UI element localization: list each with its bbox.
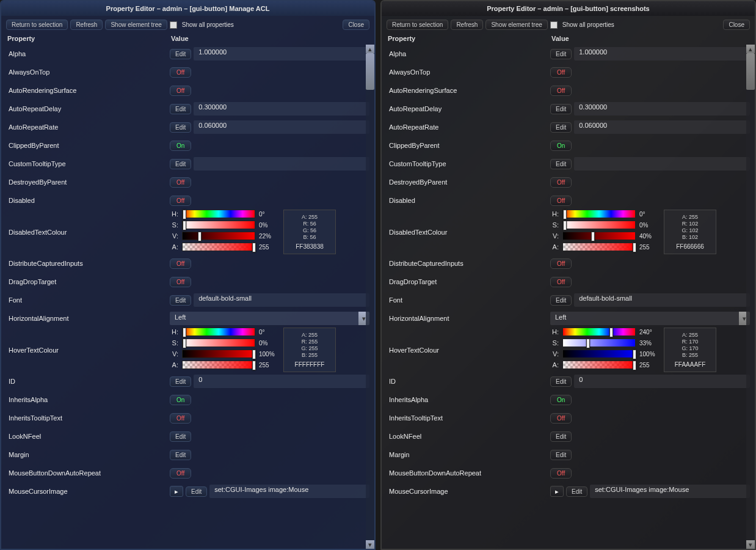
- alpha-slider[interactable]: [182, 361, 255, 369]
- value-input[interactable]: 0.300000: [194, 102, 369, 116]
- scroll-thumb[interactable]: [366, 53, 374, 90]
- hue-slider[interactable]: [182, 328, 255, 336]
- scrollbar[interactable]: ▴▾: [746, 45, 755, 549]
- sat-slider[interactable]: [182, 221, 255, 229]
- window-title[interactable]: Property Editor – admin – [gui-button] M…: [1, 1, 374, 16]
- toggle-button[interactable]: On: [550, 141, 572, 151]
- toggle-button[interactable]: Off: [170, 86, 191, 96]
- val-slider[interactable]: [182, 350, 255, 358]
- show-tree-button[interactable]: Show element tree: [105, 20, 167, 30]
- edit-button[interactable]: Edit: [170, 159, 191, 169]
- edit-button[interactable]: Edit: [170, 450, 191, 460]
- toggle-button[interactable]: Off: [170, 413, 191, 424]
- edit-button[interactable]: Edit: [170, 376, 191, 387]
- slider-handle[interactable]: [252, 350, 256, 359]
- val-slider[interactable]: [562, 350, 636, 358]
- slider-handle[interactable]: [633, 243, 636, 252]
- edit-button[interactable]: Edit: [550, 450, 572, 460]
- alpha-slider[interactable]: [562, 361, 636, 369]
- slider-handle[interactable]: [183, 221, 186, 230]
- value-input[interactable]: [194, 157, 369, 170]
- slider-handle[interactable]: [183, 210, 186, 219]
- slider-handle[interactable]: [252, 361, 256, 370]
- toggle-button[interactable]: Off: [170, 177, 191, 188]
- value-input[interactable]: 1.000000: [194, 47, 369, 61]
- toggle-button[interactable]: Off: [170, 277, 191, 287]
- show-all-checkbox[interactable]: [550, 21, 558, 29]
- sat-slider[interactable]: [562, 339, 636, 347]
- value-input[interactable]: [574, 157, 750, 170]
- edit-button[interactable]: Edit: [550, 295, 572, 306]
- scroll-thumb[interactable]: [746, 53, 755, 90]
- close-button[interactable]: Close: [723, 20, 750, 30]
- scroll-down-icon[interactable]: ▾: [746, 540, 755, 549]
- edit-button[interactable]: Edit: [186, 486, 207, 497]
- toggle-button[interactable]: On: [550, 395, 572, 405]
- refresh-button[interactable]: Refresh: [70, 20, 103, 30]
- slider-handle[interactable]: [609, 328, 613, 337]
- slider-handle[interactable]: [563, 210, 567, 219]
- edit-button[interactable]: Edit: [170, 122, 191, 133]
- show-tree-button[interactable]: Show element tree: [485, 20, 547, 30]
- value-input[interactable]: set:CGUI-Images image:Mouse: [590, 485, 750, 498]
- edit-button[interactable]: Edit: [170, 104, 191, 114]
- sat-slider[interactable]: [182, 339, 255, 347]
- edit-button[interactable]: Edit: [170, 295, 191, 306]
- value-input[interactable]: 0.060000: [194, 120, 369, 134]
- toggle-button[interactable]: Off: [170, 196, 191, 206]
- toggle-button[interactable]: Off: [170, 67, 191, 78]
- sat-slider[interactable]: [562, 221, 636, 229]
- toggle-button[interactable]: Off: [550, 177, 572, 188]
- toggle-button[interactable]: Off: [170, 258, 191, 269]
- slider-handle[interactable]: [586, 339, 590, 348]
- value-input[interactable]: 0.060000: [574, 120, 750, 134]
- scroll-up-icon[interactable]: ▴: [366, 45, 374, 53]
- window-title[interactable]: Property Editor – admin – [gui-button] s…: [382, 1, 755, 16]
- toggle-button[interactable]: Off: [170, 468, 191, 479]
- flag-icon[interactable]: ▸: [550, 486, 564, 497]
- edit-button[interactable]: Edit: [550, 376, 572, 387]
- edit-button[interactable]: Edit: [170, 49, 191, 59]
- toggle-button[interactable]: Off: [550, 413, 572, 424]
- value-input[interactable]: default-bold-small: [194, 293, 369, 307]
- refresh-button[interactable]: Refresh: [451, 20, 483, 30]
- value-input[interactable]: 0.300000: [574, 102, 750, 116]
- value-input[interactable]: 1.000000: [574, 47, 750, 61]
- toggle-button[interactable]: Off: [550, 196, 572, 206]
- slider-handle[interactable]: [183, 328, 186, 337]
- toggle-button[interactable]: On: [170, 395, 191, 405]
- slider-handle[interactable]: [563, 221, 567, 230]
- edit-button[interactable]: Edit: [550, 159, 572, 169]
- slider-handle[interactable]: [633, 361, 636, 370]
- value-input[interactable]: 0: [194, 375, 369, 388]
- scrollbar[interactable]: ▴▾: [366, 45, 374, 549]
- toggle-button[interactable]: Off: [550, 468, 572, 479]
- select-value[interactable]: Left: [170, 312, 358, 325]
- hue-slider[interactable]: [562, 210, 636, 218]
- slider-handle[interactable]: [198, 232, 202, 241]
- return-button[interactable]: Return to selection: [6, 20, 68, 30]
- slider-handle[interactable]: [633, 350, 636, 359]
- scroll-down-icon[interactable]: ▾: [366, 540, 374, 549]
- scroll-up-icon[interactable]: ▴: [746, 45, 755, 53]
- edit-button[interactable]: Edit: [550, 122, 572, 133]
- scroll-track[interactable]: [366, 53, 374, 540]
- edit-button[interactable]: Edit: [550, 104, 572, 114]
- toggle-button[interactable]: On: [170, 141, 191, 151]
- edit-button[interactable]: Edit: [550, 431, 572, 442]
- close-button[interactable]: Close: [343, 20, 369, 30]
- slider-handle[interactable]: [591, 232, 595, 241]
- select-value[interactable]: Left: [550, 312, 739, 325]
- val-slider[interactable]: [562, 232, 636, 240]
- scroll-track[interactable]: [746, 53, 755, 540]
- select-control[interactable]: Left▾: [550, 312, 750, 325]
- hue-slider[interactable]: [562, 328, 636, 336]
- value-input[interactable]: set:CGUI-Images image:Mouse: [209, 485, 369, 498]
- toggle-button[interactable]: Off: [550, 86, 572, 96]
- select-control[interactable]: Left▾: [170, 312, 369, 325]
- toggle-button[interactable]: Off: [550, 258, 572, 269]
- value-input[interactable]: default-bold-small: [574, 293, 750, 307]
- value-input[interactable]: 0: [574, 375, 750, 388]
- val-slider[interactable]: [182, 232, 255, 240]
- slider-handle[interactable]: [183, 339, 186, 348]
